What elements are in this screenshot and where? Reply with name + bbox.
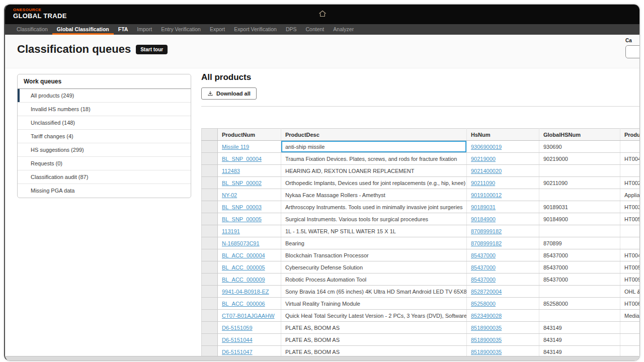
queue-item-unclassified-148[interactable]: Unclassified (148) (18, 116, 191, 130)
column-header-globalhsnum[interactable]: GlobalHSNum (539, 129, 620, 141)
product-desc-cell[interactable]: Nykaa Face Massage Rollers - Amethyst (281, 189, 467, 201)
queue-item-invalid-hs-numbers-18[interactable]: Invalid HS numbers (18) (18, 103, 191, 116)
nav-item-import[interactable]: Import (132, 24, 156, 35)
hs-num-link[interactable]: 90184900 (471, 216, 496, 222)
product-desc-cell[interactable]: Virtual Reality Training Module (281, 298, 467, 310)
table-row: NY-02Nykaa Face Massage Rollers - Amethy… (202, 189, 640, 201)
product-desc-cell[interactable]: Cybersecurity Defense Solution (281, 261, 467, 274)
product-desc-cell[interactable]: anti-ship missile (281, 141, 467, 153)
product-desc-cell[interactable]: Trauma Fixation Devices. Plates, screws,… (281, 153, 467, 165)
product-num-link[interactable]: N-1685073C91 (222, 240, 260, 246)
product-num-link[interactable]: D6-5151044 (222, 337, 253, 343)
nav-item-content[interactable]: Content (301, 24, 329, 35)
product-num-link[interactable]: BL_ACC_000006 (222, 301, 265, 307)
hs-num-link[interactable]: 90189031 (471, 204, 496, 210)
table-row: D6-5151059PLATE AS, BOOM AS8518900035843… (202, 322, 640, 334)
product-desc-cell[interactable]: 1L - 1.5L WATER, NP STILL WATER 15 X 1L (281, 225, 467, 237)
queue-item-hs-suggestions-299[interactable]: HS suggestions (299) (18, 143, 191, 157)
product-name-cell (620, 165, 640, 177)
product-name-cell (620, 237, 640, 249)
product-num-link[interactable]: D6-5151059 (222, 325, 253, 331)
nav-item-global-classification[interactable]: Global Classification (52, 24, 114, 35)
nav-item-fta[interactable]: FTA (114, 24, 133, 35)
hs-num-cell: 90184900 (467, 213, 539, 225)
hs-num-link[interactable]: 8518900035 (471, 337, 502, 343)
product-desc-cell[interactable]: PLATE AS, BOOM AS (281, 322, 467, 334)
nav-item-dps[interactable]: DPS (281, 24, 301, 35)
product-desc-cell[interactable]: Arthroscopy Instruments. Tools used in m… (281, 201, 467, 213)
product-num-link[interactable]: BL_ACC_000005 (222, 264, 265, 270)
product-num-link[interactable]: Missile 119 (222, 144, 249, 150)
hs-num-link[interactable]: 9306900019 (471, 144, 502, 150)
column-header-productnum[interactable]: ProductNum (218, 129, 281, 141)
column-header-productdesc[interactable]: ProductDesc (281, 129, 467, 141)
column-header-productname[interactable]: ProductName (620, 129, 640, 141)
table-row: CT07-B01AJGAAHWQuick Heal Total Security… (202, 310, 640, 322)
global-hs-num-cell: 85437000 (539, 249, 620, 261)
queue-item-classification-audit-87[interactable]: Classification audit (87) (18, 170, 191, 184)
product-desc-cell[interactable]: Blockchain Transaction Processor (281, 249, 467, 261)
hs-num-link[interactable]: 8708999182 (471, 240, 502, 246)
hs-num-link[interactable]: 85437000 (471, 252, 496, 258)
hs-num-link[interactable]: 8528720004 (471, 289, 502, 295)
hs-num-cell: 9021400020 (467, 165, 539, 177)
product-desc-cell[interactable]: Bearing (281, 237, 467, 249)
queue-item-missing-pga-data[interactable]: Missing PGA data (18, 184, 191, 198)
product-num-link[interactable]: BL_SNP_00003 (222, 204, 262, 210)
product-desc-cell[interactable]: Orthopedic Implants, Devices used for jo… (281, 177, 467, 189)
hs-num-link[interactable]: 90211090 (471, 180, 495, 186)
page-title-text: Classification queues (17, 43, 131, 56)
hs-num-cell: 90219000 (467, 153, 539, 165)
product-desc-cell[interactable]: Sony Bravia 164 cm (65 inches) 4K Ultra … (281, 286, 467, 298)
bottom-scroll-strip[interactable] (5, 356, 639, 360)
product-desc-cell[interactable]: HEARING AID, REXTON LOANER REPLACEMENT (281, 165, 467, 177)
product-num-cell: Missile 119 (218, 141, 281, 153)
product-num-link[interactable]: NY-02 (222, 192, 237, 198)
queue-item-tariff-changes-4[interactable]: Tariff changes (4) (18, 130, 191, 143)
hs-num-link[interactable]: 85258000 (471, 301, 496, 307)
nav-item-analyzer[interactable]: Analyzer (329, 24, 358, 35)
hs-num-link[interactable]: 85437000 (471, 277, 496, 283)
row-handle (202, 298, 218, 310)
hs-num-link[interactable]: 9021400020 (471, 168, 502, 174)
product-num-link[interactable]: 112483 (222, 168, 240, 174)
product-num-link[interactable]: 113191 (222, 228, 240, 234)
product-desc-cell[interactable]: Robotic Process Automation Tool (281, 274, 467, 286)
hs-num-link[interactable]: 9019100012 (471, 192, 502, 198)
product-num-link[interactable]: BL_ACC_000004 (222, 252, 265, 258)
product-num-link[interactable]: BL_SNP_00005 (222, 216, 262, 222)
download-all-button[interactable]: Download all (201, 87, 257, 100)
product-num-cell: D6-5151059 (218, 322, 281, 334)
product-num-link[interactable]: BL_SNP_00004 (222, 156, 262, 162)
product-desc-cell[interactable]: Surgical Instruments. Various tools for … (281, 213, 467, 225)
home-icon[interactable] (318, 10, 327, 19)
nav-item-export-verification[interactable]: Export Verification (229, 24, 281, 35)
product-num-link[interactable]: BL_SNP_00002 (222, 180, 262, 186)
corner-label: Ca (625, 38, 640, 43)
product-name-cell (620, 141, 640, 153)
start-tour-button[interactable]: Start tour (136, 45, 168, 54)
queue-item-requests-0[interactable]: Requests (0) (18, 157, 191, 170)
corner-dropdown[interactable] (625, 45, 640, 58)
product-desc-cell[interactable]: Quick Heal Total Security Latest Version… (281, 310, 467, 322)
hs-num-link[interactable]: 90219000 (471, 156, 496, 162)
column-header-hsnum[interactable]: HsNum (467, 129, 539, 141)
product-desc-cell[interactable]: PLATE AS, BOOM AS (281, 334, 467, 346)
product-num-link[interactable]: BL_ACC_000009 (222, 277, 265, 283)
hs-num-link[interactable]: 8518900035 (471, 349, 502, 355)
nav-item-classification[interactable]: Classification (12, 24, 52, 35)
product-num-link[interactable]: D6-5151047 (222, 349, 253, 355)
row-handle (202, 141, 218, 153)
product-num-cell: 9941-04-B0918-EZ (218, 286, 281, 298)
product-num-link[interactable]: 9941-04-B0918-EZ (222, 289, 269, 295)
nav-item-export[interactable]: Export (205, 24, 229, 35)
row-handle (202, 201, 218, 213)
product-name-cell: HT005 (620, 261, 640, 274)
hs-num-link[interactable]: 8708999182 (471, 228, 502, 234)
hs-num-link[interactable]: 85437000 (471, 264, 496, 270)
product-num-link[interactable]: CT07-B01AJGAAHW (222, 313, 275, 319)
hs-num-link[interactable]: 8523490028 (471, 313, 502, 319)
queue-item-all-products-249[interactable]: All products (249) (18, 89, 191, 103)
hs-num-link[interactable]: 8518900035 (471, 325, 502, 331)
nav-item-entry-verification[interactable]: Entry Verification (156, 24, 205, 35)
